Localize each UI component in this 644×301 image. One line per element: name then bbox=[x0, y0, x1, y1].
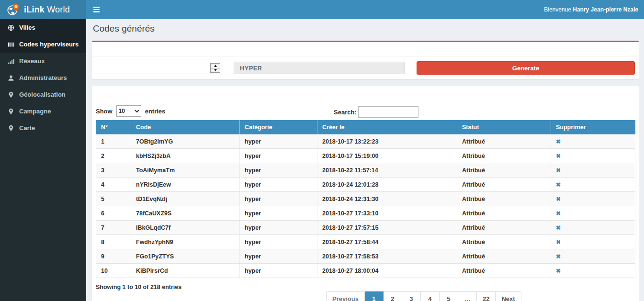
top-bar: $ iLink World Bienvenue Hanry Jean-pierr… bbox=[0, 0, 644, 19]
delete-icon[interactable]: ✖ bbox=[556, 167, 561, 174]
cell-status: Attribué bbox=[457, 249, 551, 264]
category-field[interactable] bbox=[234, 62, 405, 74]
cell-delete: ✖ bbox=[551, 134, 635, 149]
spin-down-icon[interactable] bbox=[211, 68, 220, 73]
main-content: Codes générés Generate Show 10 entries S… bbox=[86, 19, 644, 301]
sidebar-item-label: Géolocalisation bbox=[19, 91, 66, 98]
user-icon bbox=[8, 75, 14, 81]
cell-status: Attribué bbox=[457, 163, 551, 178]
sidebar-item-administrateurs[interactable]: Administrateurs bbox=[0, 69, 86, 86]
sidebar-item-codes-hyperviseurs[interactable]: Codes hyperviseurs bbox=[0, 36, 86, 53]
pagination-page-4[interactable]: 4 bbox=[421, 291, 440, 301]
sidebar-item-villes[interactable]: Villes bbox=[0, 19, 86, 36]
table-row: 2kbHS2j3zbAhyper2018-10-17 15:19:00Attri… bbox=[96, 149, 635, 163]
cell-category: hyper bbox=[240, 221, 317, 235]
cell-created: 2018-10-27 18:00:04 bbox=[317, 264, 457, 278]
column-header-4[interactable]: Statut bbox=[457, 120, 551, 134]
sidebar: VillesCodes hyperviseursRéseauxAdministr… bbox=[0, 19, 86, 301]
pagination-next[interactable]: Next bbox=[496, 291, 521, 301]
cell-num: 1 bbox=[96, 134, 131, 149]
quantity-stepper bbox=[210, 63, 220, 73]
cell-category: hyper bbox=[240, 149, 317, 163]
app-title: iLink World bbox=[24, 5, 70, 15]
cell-created: 2018-10-27 17:58:44 bbox=[317, 235, 457, 249]
delete-icon[interactable]: ✖ bbox=[556, 239, 561, 245]
delete-icon[interactable]: ✖ bbox=[556, 153, 561, 159]
cell-created: 2018-10-24 12:01:28 bbox=[317, 178, 457, 192]
signal-bars-icon bbox=[8, 58, 14, 65]
column-header-5[interactable]: Supprimer bbox=[551, 120, 635, 134]
column-header-2[interactable]: Catégorie bbox=[240, 120, 317, 134]
sidebar-item-label: Campagne bbox=[19, 108, 51, 115]
delete-icon[interactable]: ✖ bbox=[556, 138, 561, 145]
show-label: Show bbox=[96, 108, 113, 115]
delete-icon[interactable]: ✖ bbox=[556, 253, 561, 260]
cell-created: 2018-10-27 17:33:10 bbox=[317, 206, 457, 221]
cell-num: 6 bbox=[96, 206, 131, 221]
search-control: Search: bbox=[334, 106, 418, 118]
welcome-text[interactable]: Bienvenue Hanry Jean-pierre Nzale bbox=[544, 6, 644, 13]
cell-delete: ✖ bbox=[551, 149, 635, 163]
sidebar-item-label: Réseaux bbox=[19, 57, 45, 65]
cell-created: 2018-10-24 12:31:30 bbox=[317, 192, 457, 206]
page-title: Codes générés bbox=[93, 23, 639, 34]
pagination-page-1[interactable]: 1 bbox=[365, 291, 384, 301]
page-length-select[interactable]: 10 bbox=[116, 105, 141, 117]
delete-icon[interactable]: ✖ bbox=[556, 224, 561, 231]
cell-code: 78fCaUXZ9S bbox=[131, 206, 240, 221]
cell-status: Attribué bbox=[457, 264, 551, 278]
cell-status: Attribué bbox=[457, 134, 551, 149]
column-header-1[interactable]: Code bbox=[131, 120, 240, 134]
generator-box: Generate bbox=[92, 41, 639, 79]
cell-num: 2 bbox=[96, 149, 131, 163]
column-header-0[interactable]: N° bbox=[96, 120, 131, 134]
delete-icon[interactable]: ✖ bbox=[556, 181, 561, 188]
navbar: Bienvenue Hanry Jean-pierre Nzale bbox=[86, 0, 644, 19]
cell-created: 2018-10-17 13:22:23 bbox=[317, 134, 457, 149]
generator-form: Generate bbox=[92, 57, 639, 79]
column-header-3[interactable]: Créer le bbox=[317, 120, 457, 134]
spin-up-icon[interactable] bbox=[211, 64, 220, 68]
delete-icon[interactable]: ✖ bbox=[556, 196, 561, 202]
cell-num: 8 bbox=[96, 235, 131, 249]
table-info: Showing 1 to 10 of 218 entries bbox=[96, 284, 635, 290]
table-row: 9FGo1PyZTYShyper2018-10-27 17:58:53Attri… bbox=[96, 249, 635, 264]
generate-button[interactable]: Generate bbox=[417, 61, 635, 75]
cell-status: Attribué bbox=[457, 206, 551, 221]
sidebar-item-label: Codes hyperviseurs bbox=[19, 41, 79, 48]
pagination-page-5[interactable]: 5 bbox=[440, 291, 458, 301]
table-body: 17OBtg2lmYGhyper2018-10-17 13:22:23Attri… bbox=[96, 134, 635, 278]
pagination-page-2[interactable]: 2 bbox=[384, 291, 402, 301]
cell-delete: ✖ bbox=[551, 264, 635, 278]
sidebar-item-campagne[interactable]: Campagne bbox=[0, 103, 86, 120]
hamburger-icon[interactable] bbox=[86, 0, 106, 19]
search-input[interactable] bbox=[358, 106, 418, 118]
cell-status: Attribué bbox=[457, 192, 551, 206]
sidebar-item-g-olocalisation[interactable]: Géolocalisation bbox=[0, 86, 86, 103]
pagination-page-22[interactable]: 22 bbox=[477, 291, 496, 301]
cell-category: hyper bbox=[240, 192, 317, 206]
cell-delete: ✖ bbox=[551, 235, 635, 249]
cell-created: 2018-10-17 15:19:00 bbox=[317, 149, 457, 163]
quantity-input[interactable] bbox=[96, 62, 210, 74]
delete-icon[interactable]: ✖ bbox=[556, 210, 561, 217]
pagination-page-3[interactable]: 3 bbox=[402, 291, 421, 301]
cell-delete: ✖ bbox=[551, 206, 635, 221]
sidebar-item-r-seaux[interactable]: Réseaux bbox=[0, 53, 86, 69]
delete-icon[interactable]: ✖ bbox=[556, 268, 561, 274]
table-row: 678fCaUXZ9Shyper2018-10-27 17:33:10Attri… bbox=[96, 206, 635, 221]
table-header-row: N°CodeCatégorieCréer leStatutSupprimer bbox=[96, 120, 635, 134]
pagination-previous[interactable]: Previous bbox=[326, 291, 365, 301]
brand-area[interactable]: $ iLink World bbox=[0, 0, 86, 19]
cell-num: 7 bbox=[96, 221, 131, 235]
table-row: 7IBkGLqdC7fhyper2018-10-27 17:57:15Attri… bbox=[96, 221, 635, 235]
cell-code: IBkGLqdC7f bbox=[131, 221, 240, 235]
map-pin-icon bbox=[8, 91, 14, 98]
cell-category: hyper bbox=[240, 235, 317, 249]
cell-status: Attribué bbox=[457, 178, 551, 192]
cell-code: tD1EvqNzIj bbox=[131, 192, 240, 206]
table-row: 17OBtg2lmYGhyper2018-10-17 13:22:23Attri… bbox=[96, 134, 635, 149]
cell-category: hyper bbox=[240, 163, 317, 178]
sidebar-item-carte[interactable]: Carte bbox=[0, 120, 86, 136]
globe-icon bbox=[8, 24, 14, 31]
